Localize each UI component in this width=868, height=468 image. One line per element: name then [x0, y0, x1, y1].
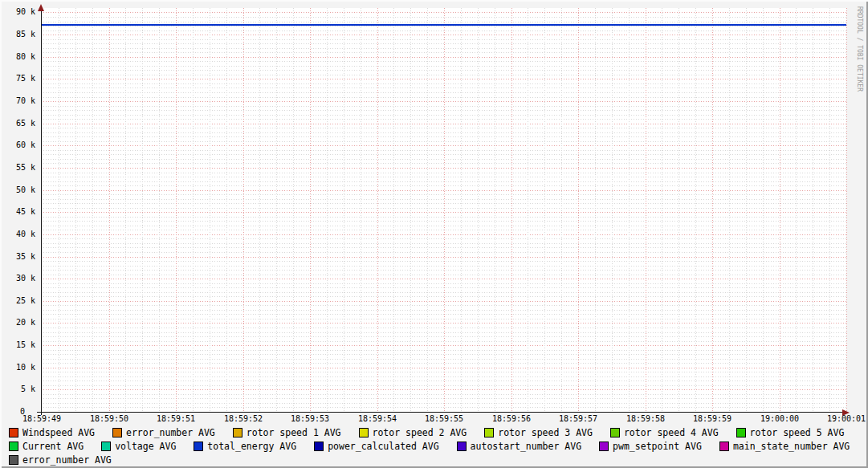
y-axis-line: [41, 7, 42, 415]
legend-label: error_number AVG: [22, 454, 112, 466]
minor-gridline-v: [344, 8, 344, 412]
y-tick-label: 80 k: [0, 53, 35, 61]
x-tick-label: 18:59:53: [291, 414, 329, 423]
legend-label: main_state_number AVG: [733, 441, 850, 452]
legend-item: main_state_number AVG: [719, 441, 850, 452]
legend-swatch-icon: [9, 455, 18, 465]
legend-item: Windspeed AVG: [9, 427, 95, 438]
legend-swatch-icon: [9, 442, 18, 451]
minor-gridline-v: [293, 8, 294, 412]
minor-gridline-v: [528, 8, 528, 412]
legend-label: Windspeed AVG: [22, 427, 95, 438]
minor-gridline-v: [361, 8, 361, 412]
x-tick-label: 18:59:51: [157, 414, 195, 423]
minor-gridline-v: [193, 8, 194, 412]
legend-label: pwm_setpoint AVG: [613, 441, 702, 452]
minor-gridline-v: [679, 8, 679, 412]
major-gridline-v: [243, 8, 244, 412]
x-tick-label: 18:59:58: [626, 414, 665, 423]
minor-gridline-v: [226, 8, 227, 412]
x-tick-label: 18:59:55: [425, 414, 463, 423]
legend-item: rotor speed 4 AVG: [610, 427, 719, 438]
y-axis-arrow-icon: [38, 4, 44, 11]
minor-gridline-v: [393, 8, 394, 412]
x-tick-label: 18:59:57: [559, 414, 597, 423]
legend-label: rotor speed 1 AVG: [247, 427, 341, 438]
legend-label: rotor speed 3 AVG: [498, 427, 593, 438]
y-tick-label: 5 k: [0, 385, 35, 393]
y-tick-label: 0: [0, 408, 25, 416]
x-tick-label: 18:59:54: [358, 414, 397, 423]
minor-gridline-v: [92, 8, 93, 412]
minor-gridline-v: [612, 8, 613, 412]
rrdtool-graph: 90 k85 k80 k75 k70 k65 k60 k55 k50 k45 k…: [0, 0, 868, 468]
y-tick-label: 30 k: [0, 275, 35, 283]
legend-label: total_energy AVG: [207, 441, 296, 452]
rrdtool-watermark: RRDTOOL / TOBI OETIKER: [856, 6, 863, 92]
y-tick-label: 90 k: [0, 8, 35, 16]
major-gridline-v: [444, 8, 445, 412]
legend-label: Current AVG: [22, 441, 84, 452]
minor-gridline-v: [142, 8, 143, 412]
legend-item: rotor speed 5 AVG: [736, 427, 845, 438]
y-tick-label: 15 k: [0, 341, 35, 349]
legend-item: error_number AVG: [112, 427, 215, 438]
minor-gridline-v: [427, 8, 428, 412]
major-gridline-v: [109, 8, 110, 412]
y-tick-label: 70 k: [0, 97, 35, 105]
major-gridline-v: [310, 8, 311, 412]
minor-gridline-v: [159, 8, 160, 412]
legend-item: Current AVG: [9, 441, 84, 452]
x-tick-label: 18:59:56: [492, 414, 531, 423]
major-gridline-v: [511, 8, 512, 412]
minor-gridline-v: [763, 8, 764, 412]
legend-item: rotor speed 3 AVG: [484, 427, 593, 438]
x-tick-label: 18:59:50: [90, 414, 128, 423]
minor-gridline-v: [813, 8, 813, 412]
y-tick-label: 20 k: [0, 319, 35, 327]
legend-swatch-icon: [484, 428, 494, 437]
y-tick-label: 60 k: [0, 141, 35, 149]
minor-gridline-v: [695, 8, 696, 412]
major-gridline-v: [176, 8, 177, 412]
minor-gridline-v: [276, 8, 277, 412]
legend: Windspeed AVGerror_number AVGrotor speed…: [0, 425, 868, 466]
major-gridline-v: [377, 8, 378, 412]
legend-swatch-icon: [101, 442, 111, 451]
legend-label: rotor speed 4 AVG: [624, 427, 719, 438]
legend-item: total_energy AVG: [194, 441, 296, 452]
legend-label: rotor speed 5 AVG: [750, 427, 845, 438]
legend-row: Windspeed AVGerror_number AVGrotor speed…: [0, 425, 868, 439]
minor-gridline-v: [210, 8, 210, 412]
y-tick-label: 75 k: [0, 75, 35, 83]
minor-gridline-v: [829, 8, 830, 412]
minor-gridline-v: [259, 8, 260, 412]
minor-gridline-v: [729, 8, 730, 412]
legend-swatch-icon: [719, 442, 729, 451]
major-gridline-v: [578, 8, 579, 412]
minor-gridline-v: [561, 8, 562, 412]
y-tick-label: 40 k: [0, 230, 35, 238]
legend-label: rotor speed 2 AVG: [373, 427, 467, 438]
legend-item: power_calculated AVG: [314, 441, 438, 452]
minor-gridline-v: [75, 8, 76, 412]
legend-row: Current AVGvoltage AVGtotal_energy AVGpo…: [0, 439, 868, 453]
minor-gridline-v: [629, 8, 630, 412]
minor-gridline-v: [495, 8, 495, 412]
minor-gridline-v: [59, 8, 59, 412]
y-tick-label: 25 k: [0, 297, 35, 305]
x-tick-label: 18:59:52: [224, 414, 263, 423]
legend-swatch-icon: [9, 428, 18, 437]
legend-swatch-icon: [359, 428, 369, 437]
legend-item: error_number AVG: [9, 454, 112, 466]
y-tick-label: 35 k: [0, 253, 35, 261]
minor-gridline-v: [796, 8, 797, 412]
legend-label: voltage AVG: [115, 441, 176, 452]
legend-label: power_calculated AVG: [328, 441, 438, 452]
legend-item: pwm_setpoint AVG: [599, 441, 702, 452]
legend-swatch-icon: [610, 428, 620, 437]
legend-item: rotor speed 2 AVG: [359, 427, 467, 438]
legend-item: autostart_number AVG: [457, 441, 581, 452]
x-axis-line: [37, 412, 844, 413]
legend-swatch-icon: [194, 442, 203, 451]
